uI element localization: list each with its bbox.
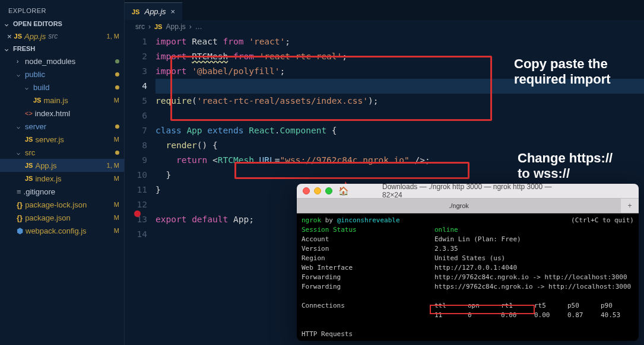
file-server-js[interactable]: JS server.js M	[0, 133, 124, 146]
terminal-window: 🏠 Downloads — ./ngrok http 3000 — ngrok …	[297, 184, 639, 341]
folder-src[interactable]: ⌵ src	[0, 146, 124, 159]
json-icon: {}	[17, 213, 23, 222]
add-tab-icon[interactable]: +	[621, 199, 639, 213]
explorer-sidebar: EXPLORER ⌵ OPEN EDITORS × JS App.js src …	[0, 0, 125, 345]
chevron-down-icon: ⌵	[25, 84, 31, 91]
js-icon: JS	[154, 23, 162, 30]
terminal-titlebar[interactable]: 🏠 Downloads — ./ngrok http 3000 — ngrok …	[297, 184, 639, 198]
folder-icon: 🏠	[338, 186, 348, 196]
folder-node-modules[interactable]: › node_modules	[0, 55, 124, 68]
gitignore-icon: ≡	[17, 187, 21, 196]
breadcrumb[interactable]: src › JS App.js › …	[125, 20, 644, 33]
js-icon: JS	[25, 136, 33, 143]
workspace-section[interactable]: ⌵ FRESH	[0, 43, 124, 55]
open-editors-section[interactable]: ⌵ OPEN EDITORS	[0, 18, 124, 30]
tab-app-js[interactable]: JS App.js ×	[125, 2, 182, 20]
html-icon: <>	[25, 110, 33, 117]
file-index-html[interactable]: <> index.html	[0, 107, 124, 120]
maximize-window-icon[interactable]	[325, 187, 332, 194]
close-icon[interactable]: ×	[7, 32, 12, 41]
chevron-down-icon: ⌵	[17, 149, 23, 156]
annotation-copy-paste: Copy paste the required import	[514, 56, 611, 87]
chevron-right-icon: ›	[189, 23, 192, 31]
file-package-lock[interactable]: {} package-lock.json M	[0, 198, 124, 211]
breakpoint-icon[interactable]	[134, 210, 141, 217]
file-package[interactable]: {} package.json M	[0, 211, 124, 224]
chevron-down-icon: ⌵	[5, 21, 11, 27]
status-dot-icon	[115, 124, 119, 129]
chevron-down-icon: ⌵	[17, 123, 23, 130]
line-gutter: 123 456 789 101112 1314	[125, 34, 156, 345]
js-icon: JS	[25, 175, 33, 182]
folder-public[interactable]: ⌵ public	[0, 68, 124, 81]
json-icon: {}	[17, 200, 23, 209]
status-dot-icon	[115, 72, 119, 76]
js-icon: JS	[132, 8, 139, 15]
status-dot-icon	[115, 59, 119, 63]
folder-build[interactable]: ⌵ build	[0, 81, 124, 94]
file-main-js[interactable]: JS main.js M	[0, 94, 124, 107]
folder-server[interactable]: ⌵ server	[0, 120, 124, 133]
chevron-right-icon: ›	[148, 23, 151, 31]
chevron-right-icon: ›	[17, 58, 23, 65]
terminal-tabbar: ./ngrok +	[297, 198, 639, 213]
close-icon[interactable]: ×	[171, 7, 176, 16]
close-window-icon[interactable]	[303, 187, 310, 194]
js-icon: JS	[25, 162, 33, 169]
file-index-js[interactable]: JS index.js M	[0, 172, 124, 185]
js-icon: JS	[33, 97, 41, 104]
minimize-window-icon[interactable]	[314, 187, 321, 194]
file-webpack[interactable]: ⬢ webpack.config.js M	[0, 224, 124, 237]
webpack-icon: ⬢	[17, 226, 23, 235]
annotation-change-wss: Change https:// to wss://	[518, 151, 613, 181]
terminal-tab-ngrok[interactable]: ./ngrok	[297, 199, 621, 213]
file-app-js[interactable]: JS App.js 1, M	[0, 159, 124, 172]
explorer-title: EXPLORER	[0, 4, 124, 18]
chevron-down-icon: ⌵	[5, 46, 11, 52]
open-editor-app-js[interactable]: × JS App.js src 1, M	[0, 30, 124, 43]
file-gitignore[interactable]: ≡ .gitignore	[0, 185, 124, 198]
terminal-body[interactable]: ngrok by @inconshreveable(Ctrl+C to quit…	[297, 213, 639, 341]
tab-bar: JS App.js ×	[125, 0, 644, 20]
js-icon: JS	[14, 33, 22, 40]
status-dot-icon	[115, 85, 119, 90]
chevron-down-icon: ⌵	[17, 71, 23, 78]
status-dot-icon	[115, 151, 119, 155]
